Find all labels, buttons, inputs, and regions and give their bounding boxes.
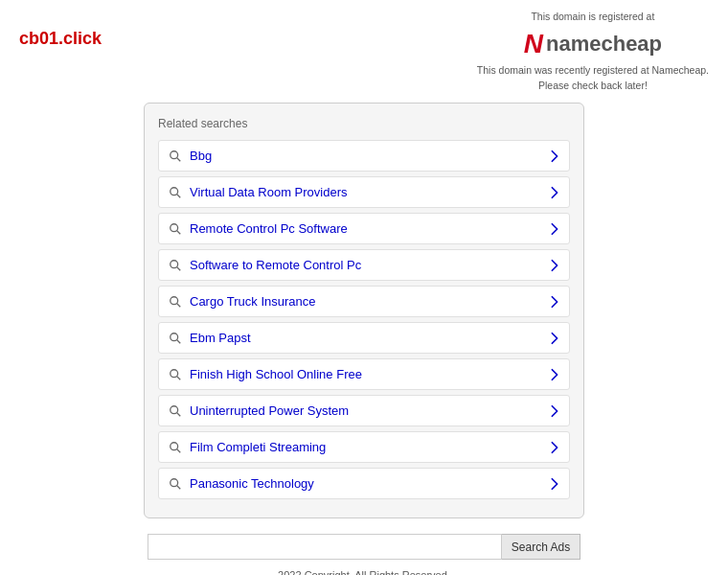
search-item-text: Film Completi Streaming: [190, 440, 326, 454]
chevron-right-icon: [550, 368, 559, 381]
search-result-item[interactable]: Cargo Truck Insurance: [158, 286, 570, 317]
svg-point-0: [171, 151, 178, 159]
search-result-item[interactable]: Film Completi Streaming: [158, 431, 570, 463]
search-result-item[interactable]: Remote Control Pc Software: [158, 213, 570, 244]
namecheap-logo: N namecheap: [477, 29, 709, 59]
search-icon: [169, 477, 182, 491]
search-items-list: Bbg Virtual Data Room Providers Remote C…: [158, 140, 570, 499]
main-container: Related searches Bbg Virtual Data Room P…: [144, 103, 584, 518]
svg-point-14: [171, 406, 178, 414]
namecheap-n-icon: N: [524, 29, 543, 59]
svg-line-17: [177, 449, 181, 453]
chevron-right-icon: [550, 150, 559, 163]
svg-line-1: [177, 158, 181, 162]
namecheap-sub1: This domain was recently registered at N…: [477, 63, 709, 79]
namecheap-sub2: Please check back later!: [477, 79, 709, 94]
search-result-item[interactable]: Finish High School Online Free: [158, 358, 570, 390]
search-result-item[interactable]: Software to Remote Control Pc: [158, 249, 570, 281]
search-icon: [169, 368, 182, 381]
svg-point-18: [171, 479, 178, 487]
bottom-search-bar: Search Ads: [144, 534, 584, 560]
search-result-item[interactable]: Bbg: [158, 140, 570, 172]
chevron-right-icon: [550, 477, 559, 491]
search-results-box: Related searches Bbg Virtual Data Room P…: [144, 103, 584, 518]
search-item-left: Cargo Truck Insurance: [169, 294, 316, 309]
svg-line-13: [177, 377, 181, 380]
search-icon: [169, 259, 182, 272]
search-icon: [169, 441, 182, 454]
page-header: cb01.click This domain is registered at …: [0, 0, 728, 103]
search-item-left: Software to Remote Control Pc: [169, 258, 361, 272]
search-item-left: Finish High School Online Free: [169, 367, 362, 381]
search-item-text: Finish High School Online Free: [190, 367, 362, 381]
svg-line-11: [177, 340, 181, 344]
domain-logo[interactable]: cb01.click: [19, 10, 102, 49]
svg-point-4: [171, 224, 178, 232]
footer: 2022 Copyright. All Rights Reserved. The…: [0, 569, 728, 575]
svg-point-6: [171, 261, 178, 268]
svg-point-2: [171, 188, 178, 196]
search-item-text: Uninterrupted Power System: [190, 403, 349, 418]
search-item-left: Remote Control Pc Software: [169, 221, 348, 236]
search-item-left: Film Completi Streaming: [169, 440, 326, 454]
search-item-left: Ebm Papst: [169, 331, 251, 345]
search-item-text: Remote Control Pc Software: [190, 221, 348, 236]
search-item-text: Ebm Papst: [190, 331, 251, 345]
svg-point-12: [171, 370, 178, 378]
search-item-left: Virtual Data Room Providers: [169, 185, 348, 199]
search-item-text: Panasonic Technology: [190, 476, 314, 491]
chevron-right-icon: [550, 441, 559, 454]
namecheap-block: This domain is registered at N namecheap…: [477, 10, 709, 93]
search-icon: [169, 150, 182, 163]
search-ads-button[interactable]: Search Ads: [502, 534, 580, 560]
svg-line-3: [177, 195, 181, 198]
namecheap-tag: This domain is registered at: [477, 10, 709, 25]
search-result-item[interactable]: Ebm Papst: [158, 322, 570, 354]
copyright-text: 2022 Copyright. All Rights Reserved.: [0, 569, 728, 575]
chevron-right-icon: [550, 295, 559, 309]
search-item-text: Software to Remote Control Pc: [190, 258, 361, 272]
search-input[interactable]: [148, 534, 502, 560]
search-icon: [169, 295, 182, 309]
chevron-right-icon: [550, 259, 559, 272]
svg-line-5: [177, 231, 181, 235]
search-item-text: Cargo Truck Insurance: [190, 294, 316, 309]
search-result-item[interactable]: Virtual Data Room Providers: [158, 176, 570, 208]
chevron-right-icon: [550, 332, 559, 345]
chevron-right-icon: [550, 186, 559, 199]
namecheap-wordmark: namecheap: [546, 32, 662, 57]
svg-line-7: [177, 267, 181, 271]
svg-line-19: [177, 486, 181, 490]
search-result-item[interactable]: Uninterrupted Power System: [158, 395, 570, 426]
search-icon: [169, 404, 182, 418]
search-icon: [169, 186, 182, 199]
related-searches-label: Related searches: [158, 117, 570, 130]
svg-line-9: [177, 304, 181, 308]
search-result-item[interactable]: Panasonic Technology: [158, 468, 570, 499]
search-item-left: Uninterrupted Power System: [169, 403, 349, 418]
svg-line-15: [177, 413, 181, 417]
chevron-right-icon: [550, 404, 559, 418]
svg-point-16: [171, 443, 178, 450]
search-icon: [169, 332, 182, 345]
search-item-text: Virtual Data Room Providers: [190, 185, 348, 199]
search-item-left: Bbg: [169, 149, 212, 163]
chevron-right-icon: [550, 222, 559, 236]
svg-point-8: [171, 297, 178, 305]
search-item-left: Panasonic Technology: [169, 476, 314, 491]
search-item-text: Bbg: [190, 149, 212, 163]
svg-point-10: [171, 334, 178, 341]
search-icon: [169, 222, 182, 236]
